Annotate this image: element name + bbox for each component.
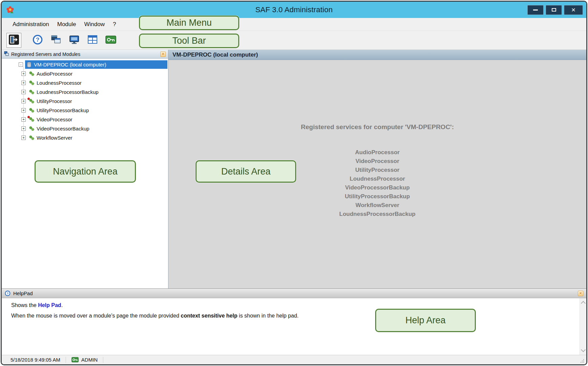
service-item: AudioProcessor <box>168 148 586 157</box>
tree-root-selection[interactable]: VM-DPEPROC (local computer) <box>25 60 167 69</box>
key-icon <box>105 35 116 46</box>
tree-item-row[interactable]: + <box>2 78 168 87</box>
modules-icon <box>50 34 61 46</box>
menu-item-help[interactable]: ? <box>109 19 120 30</box>
registered-services-list: AudioProcessor VideoProcessor UtilityPro… <box>168 148 586 219</box>
module-gear-icon <box>29 108 35 113</box>
registered-services-heading: Registered services for computer 'VM-DPE… <box>168 60 586 131</box>
expand-toggle[interactable]: + <box>21 108 26 113</box>
scroll-up-icon[interactable] <box>581 301 585 306</box>
help-line2-prefix: When the mouse is moved over a module's … <box>11 313 181 319</box>
expand-toggle[interactable]: + <box>21 72 26 76</box>
helppad-header: ? HelpPad ✕ <box>2 289 586 298</box>
help-line2-suffix: is shown in the help pad. <box>237 313 299 319</box>
menu-item-module[interactable]: Module <box>53 19 80 30</box>
tree-children: + <box>2 69 168 142</box>
collapse-toggle[interactable]: - <box>19 62 23 67</box>
helppad-text-line2: When the mouse is moved over a module's … <box>11 313 570 319</box>
tree-item-row[interactable]: + <box>2 133 168 142</box>
help-icon: ? <box>32 34 43 46</box>
maximize-button[interactable] <box>546 5 562 15</box>
tree-item-label: UtilityProcessor <box>37 98 72 104</box>
toolbar-help-button[interactable]: ? <box>30 33 45 48</box>
tree-item-label: VideoProcessorBackup <box>37 126 89 131</box>
module-gear-icon <box>29 71 35 77</box>
expand-toggle[interactable]: + <box>21 136 26 140</box>
svg-text:?: ? <box>7 291 9 295</box>
layout-grid-icon <box>87 34 98 46</box>
service-item: LoudnessProcessorBackup <box>168 210 586 219</box>
tree-item-label: LoudnessProcessor <box>37 80 82 86</box>
status-separator <box>103 357 103 363</box>
help-line1-suffix: . <box>61 302 63 308</box>
minimize-button[interactable] <box>527 5 544 15</box>
window-title: SAF 3.0 Administration <box>2 5 586 14</box>
resize-grip[interactable] <box>580 358 585 363</box>
tree-root-row[interactable]: - VM-DPEPROC (local computer) <box>2 60 168 69</box>
menu-bar: Administration Module Window ? <box>2 18 586 31</box>
details-panel-header: VM-DPEPROC (local computer) <box>168 50 586 60</box>
toolbar-key-button[interactable] <box>103 33 118 48</box>
menu-item-administration[interactable]: Administration <box>8 19 53 30</box>
helppad-close-icon[interactable]: ✕ <box>578 291 583 296</box>
tree-item-row[interactable]: + <box>2 115 168 124</box>
panel-icon <box>4 51 9 57</box>
status-bar: 5/18/2018 9:49:05 AM ADMIN <box>2 355 586 364</box>
annotation-navigation-area: Navigation Area <box>35 160 136 183</box>
close-button[interactable]: ✕ <box>564 5 583 15</box>
expand-toggle[interactable]: + <box>21 126 26 131</box>
module-gear-icon <box>29 117 35 122</box>
service-item: VideoProcessorBackup <box>168 183 586 192</box>
minimize-icon <box>533 9 538 11</box>
window-controls: ✕ <box>527 5 583 15</box>
tree-item-row[interactable]: + <box>2 87 168 97</box>
expand-toggle[interactable]: + <box>21 81 26 85</box>
tree-item-row[interactable]: + <box>2 106 168 115</box>
service-item: WorkflowServer <box>168 201 586 210</box>
navigation-panel-header: Registered Servers and Modules ✕ <box>2 50 168 59</box>
tree-item-row[interactable]: + <box>2 124 168 133</box>
monitor-icon <box>69 34 80 46</box>
helppad-scrollbar[interactable] <box>580 298 586 355</box>
status-user-label: ADMIN <box>81 357 98 363</box>
annotation-main-menu: Main Menu <box>139 16 239 30</box>
tree-item-row[interactable]: + <box>2 69 168 78</box>
tree-item-row[interactable]: + <box>2 97 168 106</box>
details-panel-title: VM-DPEPROC (local computer) <box>173 52 258 58</box>
toolbar-monitor-button[interactable] <box>67 33 82 48</box>
module-gear-icon <box>29 126 35 131</box>
menu-item-window[interactable]: Window <box>80 19 108 30</box>
service-item: UtilityProcessorBackup <box>168 192 586 201</box>
expand-toggle[interactable]: + <box>21 99 26 103</box>
help-line2-bold: context sensitive help <box>181 313 237 319</box>
help-pad-link[interactable]: Help Pad <box>38 302 61 308</box>
toolbar-exit-button[interactable] <box>6 33 21 48</box>
status-dot <box>27 98 30 100</box>
close-icon: ✕ <box>571 7 575 13</box>
module-gear-icon <box>29 99 35 104</box>
annotation-details-area: Details Area <box>196 160 296 183</box>
tree-item-label: VideoProcessor <box>37 117 73 122</box>
title-bar[interactable]: SAF 3.0 Administration ✕ <box>2 2 586 18</box>
expand-toggle[interactable]: + <box>21 117 26 122</box>
helppad-text-line1: Shows the Help Pad. <box>11 302 570 308</box>
maximize-icon <box>552 8 556 12</box>
tree-item-label: UtilityProcessorBackup <box>37 107 89 113</box>
tree-item-label: AudioProcessor <box>37 71 73 77</box>
exit-icon <box>8 34 19 46</box>
status-timestamp: 5/18/2018 9:49:05 AM <box>2 357 66 363</box>
navigation-panel-close-icon[interactable]: ✕ <box>160 52 166 57</box>
app-window: SAF 3.0 Administration ✕ Administration … <box>1 1 587 365</box>
module-gear-icon <box>29 80 35 86</box>
expand-toggle[interactable]: + <box>21 90 26 94</box>
server-icon <box>26 62 32 68</box>
helppad-help-icon: ? <box>5 290 11 296</box>
scroll-down-icon[interactable] <box>581 347 585 352</box>
toolbar-modules-button[interactable] <box>48 33 63 48</box>
status-dot <box>27 116 30 118</box>
tree-item-label: LoudnessProcessorBackup <box>37 89 99 95</box>
module-gear-icon <box>29 135 35 141</box>
toolbar-layout-button[interactable] <box>85 33 100 48</box>
status-user: ADMIN <box>66 357 103 363</box>
helppad-body: Shows the Help Pad. When the mouse is mo… <box>2 298 586 355</box>
